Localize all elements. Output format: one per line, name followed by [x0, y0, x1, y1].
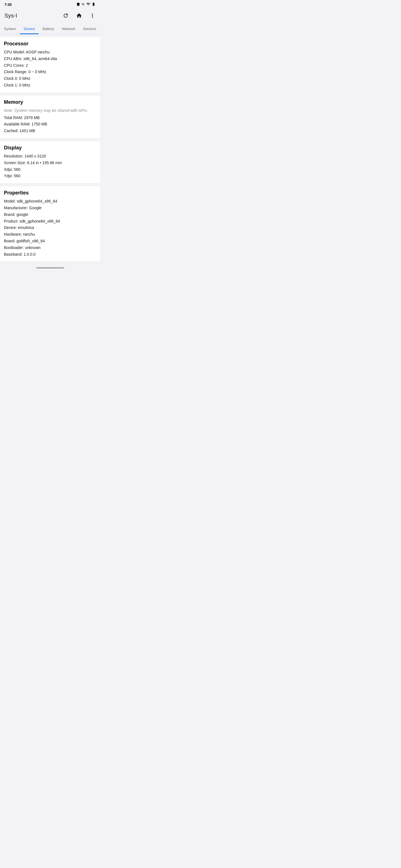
list-item: Manufacturer: Google [4, 205, 96, 211]
app-title: Sys-I [4, 12, 60, 19]
processor-title: Processor [4, 41, 96, 47]
list-item: Clock 0: 0 MHz [4, 75, 96, 82]
refresh-button[interactable] [60, 10, 71, 21]
app-bar-actions [60, 10, 98, 21]
list-item: Hardware: ranchu [4, 231, 96, 238]
nav-indicator-bar [36, 267, 64, 269]
list-item: Clock Range: 0 ~ 0 MHz [4, 69, 96, 75]
properties-content: Model: sdk_gphone64_x86_64 Manufacturer:… [4, 198, 96, 258]
list-item: Xdpi: 560 [4, 166, 96, 173]
content-area: Processor CPU Model: AOSP ranchu CPU ABI… [0, 37, 100, 262]
more-options-button[interactable] [87, 10, 98, 21]
status-time: 7:30 [4, 2, 12, 7]
list-item: Baseband: 1.0.0.0 [4, 251, 96, 258]
list-item: Clock 1: 0 MHz [4, 82, 96, 89]
bottom-indicator [0, 264, 100, 272]
list-item: Total RAM: 2979 MB [4, 115, 96, 121]
list-item: Bootloader: unknown [4, 245, 96, 251]
memory-content: Note: System memory may be shared with G… [4, 107, 96, 134]
list-item: Ydpi: 560 [4, 173, 96, 180]
tab-network[interactable]: Network [58, 23, 79, 34]
list-item: CPU Cores: 2 [4, 62, 96, 69]
tab-sensors[interactable]: Sensors [79, 23, 100, 34]
processor-section: Processor CPU Model: AOSP ranchu CPU ABI… [0, 37, 100, 93]
list-item: Screen Size: 6.14 in • 155.86 mm [4, 160, 96, 166]
signal-icon [86, 2, 90, 7]
app-bar: Sys-I [0, 8, 100, 23]
display-title: Display [4, 145, 96, 151]
list-item: CPU ABIs: x86_64, arm64-v8a [4, 56, 96, 62]
list-item: Board: goldfish_x86_64 [4, 238, 96, 245]
status-icons [76, 2, 96, 7]
list-item: Resolution: 1440 x 3120 [4, 153, 96, 160]
list-item: Available RAM: 1750 MB [4, 121, 96, 128]
list-item: Brand: google [4, 211, 96, 218]
shield-icon [76, 2, 80, 7]
battery-icon [91, 2, 96, 7]
tab-battery[interactable]: Battery [39, 23, 58, 34]
processor-content: CPU Model: AOSP ranchu CPU ABIs: x86_64,… [4, 49, 96, 89]
list-item: CPU Model: AOSP ranchu [4, 49, 96, 56]
list-item: Product: sdk_gphone64_x86_64 [4, 218, 96, 225]
home-button[interactable] [74, 10, 85, 21]
tab-bar: System Device Battery Network Sensors GP… [0, 23, 100, 34]
display-section: Display Resolution: 1440 x 3120 Screen S… [0, 141, 100, 184]
list-item: Device: emu64xa [4, 224, 96, 231]
status-bar: 7:30 [0, 0, 100, 8]
memory-title: Memory [4, 99, 96, 105]
memory-section: Memory Note: System memory may be shared… [0, 95, 100, 138]
list-item: Cached: 1451 MB [4, 128, 96, 134]
tab-system[interactable]: System [0, 23, 20, 34]
display-content: Resolution: 1440 x 3120 Screen Size: 6.1… [4, 153, 96, 180]
tab-device[interactable]: Device [20, 23, 39, 34]
properties-title: Properties [4, 190, 96, 196]
list-item: Model: sdk_gphone64_x86_64 [4, 198, 96, 205]
memory-note: Note: System memory may be shared with G… [4, 107, 96, 114]
properties-section: Properties Model: sdk_gphone64_x86_64 Ma… [0, 186, 100, 262]
wifi-icon [81, 2, 85, 7]
